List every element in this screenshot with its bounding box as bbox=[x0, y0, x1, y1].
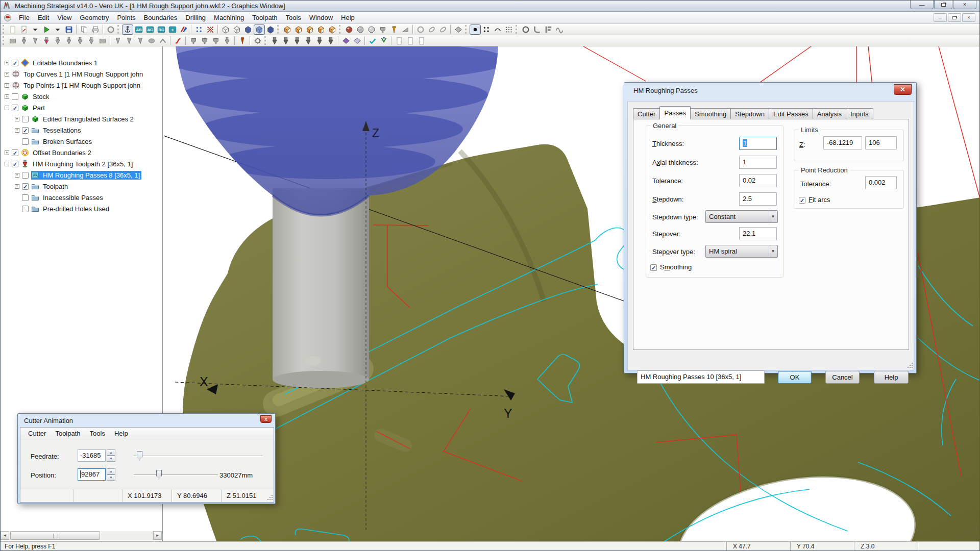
tree-item[interactable]: +HM Roughing Passes 8 [36x5, 1] bbox=[1, 169, 162, 181]
view-ab-icon[interactable]: AB bbox=[133, 24, 144, 35]
plane-view-icon[interactable] bbox=[453, 24, 464, 35]
mdi-restore-button[interactable] bbox=[948, 13, 961, 22]
grid-off-icon[interactable] bbox=[205, 24, 216, 35]
stock-model-icon[interactable] bbox=[7, 36, 18, 46]
visibility-checkbox[interactable] bbox=[22, 194, 29, 201]
ortho-view-3-icon[interactable] bbox=[304, 24, 315, 35]
tool-slot-6-icon[interactable] bbox=[325, 36, 336, 46]
tree-horizontal-scrollbar[interactable]: ◄ ► bbox=[1, 531, 162, 540]
roughing-1-icon[interactable] bbox=[112, 36, 124, 46]
wire-view-5-icon[interactable] bbox=[265, 24, 276, 35]
menu-drilling[interactable]: Drilling bbox=[181, 12, 210, 23]
cutter-endmill-icon[interactable] bbox=[18, 36, 30, 46]
z-max-field[interactable]: 106 bbox=[865, 136, 897, 149]
run-icon[interactable] bbox=[41, 24, 52, 35]
feedrate-slider-thumb[interactable] bbox=[137, 451, 142, 461]
visibility-checkbox[interactable]: ✓ bbox=[12, 105, 18, 111]
tree-item[interactable]: -✓Part bbox=[1, 102, 162, 113]
ca-menu-toolpath[interactable]: Toolpath bbox=[51, 430, 85, 437]
tree-item[interactable]: -✓HM Roughing Toolpath 2 [36x5, 1] bbox=[1, 158, 162, 169]
wire-view-2-icon[interactable] bbox=[231, 24, 242, 35]
minimize-button[interactable]: — bbox=[910, 1, 934, 9]
tool-slot-2-icon[interactable] bbox=[280, 36, 291, 46]
open-file-icon[interactable] bbox=[18, 24, 30, 35]
restore-button[interactable] bbox=[934, 1, 952, 9]
tree-item[interactable]: +✓Offset Boundaries 2 bbox=[1, 147, 162, 158]
tool-slot-4-icon[interactable] bbox=[303, 36, 314, 46]
machine-setup-icon[interactable] bbox=[252, 36, 263, 46]
menu-machining[interactable]: Machining bbox=[210, 12, 248, 23]
expand-icon[interactable]: + bbox=[15, 173, 19, 178]
chevron-down-icon[interactable]: ▼ bbox=[769, 246, 777, 257]
expand-icon[interactable]: + bbox=[15, 117, 19, 121]
wave-tool-icon[interactable] bbox=[554, 24, 565, 35]
ca-menu-help[interactable]: Help bbox=[110, 430, 133, 437]
cutter-selected-icon[interactable] bbox=[41, 36, 52, 46]
tool-holder-icon[interactable] bbox=[97, 36, 108, 46]
menu-toolpath[interactable]: Toolpath bbox=[248, 12, 281, 23]
toolbar-grip[interactable] bbox=[465, 25, 468, 34]
anchor-view-icon[interactable] bbox=[122, 24, 133, 35]
menu-tools[interactable]: Tools bbox=[281, 12, 305, 23]
tolerance-field[interactable]: 0.02 bbox=[739, 174, 777, 187]
visibility-checkbox[interactable] bbox=[12, 93, 18, 100]
scrollbar-thumb[interactable] bbox=[10, 531, 100, 540]
menu-help[interactable]: Help bbox=[337, 12, 359, 23]
visibility-checkbox[interactable] bbox=[22, 138, 29, 145]
axial-thickness-field[interactable]: 1 bbox=[739, 156, 777, 169]
curve-tool-icon[interactable] bbox=[531, 24, 543, 35]
angle-limit-icon[interactable] bbox=[157, 36, 168, 46]
shaded-view-icon[interactable] bbox=[178, 24, 189, 35]
rest-rough-icon[interactable] bbox=[188, 36, 199, 46]
stepdown-field[interactable]: 2.5 bbox=[739, 192, 777, 206]
feedrate-slider-track[interactable] bbox=[134, 456, 262, 457]
tree-item[interactable]: Broken Surfaces bbox=[1, 136, 162, 147]
close-button[interactable]: × bbox=[953, 1, 976, 9]
visibility-checkbox[interactable]: ✓ bbox=[12, 161, 18, 167]
ortho-view-2-icon[interactable] bbox=[293, 24, 304, 35]
scroll-left-arrow[interactable]: ◄ bbox=[1, 531, 9, 540]
resize-grip[interactable] bbox=[266, 495, 273, 501]
position-field[interactable]: 92867 bbox=[78, 468, 106, 481]
tool-slot-1-icon[interactable] bbox=[269, 36, 280, 46]
save-icon[interactable] bbox=[63, 24, 75, 35]
stepdown-type-dropdown[interactable]: Constant▼ bbox=[705, 210, 778, 223]
report-1-icon[interactable] bbox=[394, 36, 405, 46]
ortho-view-5-icon[interactable] bbox=[327, 24, 338, 35]
print-icon[interactable] bbox=[90, 24, 101, 35]
toolbar-grip[interactable] bbox=[516, 25, 518, 34]
tree-item[interactable]: +Edited Triangulated Surfaces 2 bbox=[1, 113, 162, 124]
toolbar-grip[interactable] bbox=[277, 25, 280, 34]
grid-points-icon[interactable] bbox=[503, 24, 514, 35]
position-slider-track[interactable] bbox=[134, 474, 218, 475]
fit-arcs-checkbox[interactable]: ✓ bbox=[799, 195, 805, 204]
toolbar-grip[interactable] bbox=[264, 36, 267, 45]
menu-points[interactable]: Points bbox=[113, 12, 139, 23]
pan-view-icon[interactable] bbox=[193, 24, 205, 35]
slope-shading-icon[interactable] bbox=[400, 24, 411, 35]
menu-window[interactable]: Window bbox=[305, 12, 337, 23]
run-dropdown-icon[interactable] bbox=[52, 24, 63, 35]
tab-smoothing[interactable]: Smoothing bbox=[690, 108, 731, 119]
stepover-field[interactable]: 22.1 bbox=[739, 227, 777, 240]
multi-point-icon[interactable] bbox=[481, 24, 492, 35]
tab-cutter[interactable]: Cutter bbox=[633, 108, 660, 119]
position-slider-thumb[interactable] bbox=[156, 470, 162, 480]
expand-icon[interactable]: + bbox=[5, 61, 9, 65]
expand-icon[interactable]: + bbox=[15, 184, 19, 189]
menu-edit[interactable]: Edit bbox=[34, 12, 53, 23]
copy-icon[interactable] bbox=[79, 24, 90, 35]
tree-item[interactable]: Pre-drilled Holes Used bbox=[1, 203, 162, 214]
cutter-ball-icon[interactable] bbox=[52, 36, 63, 46]
cutter-thread-icon[interactable] bbox=[86, 36, 97, 46]
render-flat-icon[interactable] bbox=[355, 24, 366, 35]
mdi-minimize-button[interactable]: – bbox=[934, 13, 947, 22]
wire-view-1-icon[interactable] bbox=[220, 24, 231, 35]
check-gouge-icon[interactable] bbox=[352, 36, 363, 46]
ortho-view-4-icon[interactable] bbox=[315, 24, 327, 35]
measure-tool-icon[interactable] bbox=[388, 24, 400, 35]
chevron-down-icon[interactable]: ▼ bbox=[769, 211, 777, 222]
menu-geometry[interactable]: Geometry bbox=[76, 12, 113, 23]
tab-inputs[interactable]: Inputs bbox=[846, 108, 873, 119]
open-dropdown-icon[interactable] bbox=[30, 24, 41, 35]
